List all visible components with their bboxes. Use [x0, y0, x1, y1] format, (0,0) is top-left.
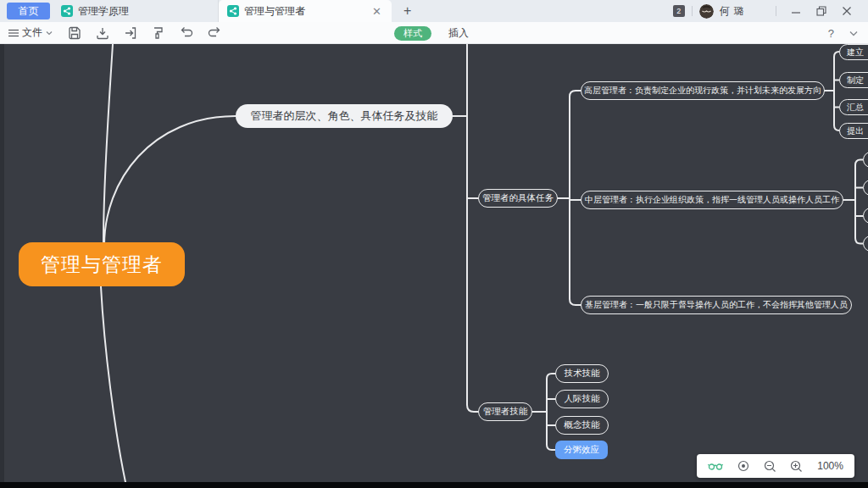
top-manager-sub-node[interactable]: 汇总: [839, 99, 868, 115]
skill-human-node[interactable]: 人际技能: [555, 390, 609, 408]
titlebar-right: 2 何 璐: [673, 0, 868, 22]
collapse-toolbar-icon[interactable]: [849, 30, 858, 36]
hamburger-icon: [8, 29, 19, 37]
insert-button[interactable]: 插入: [448, 26, 469, 41]
notification-badge[interactable]: 2: [673, 5, 685, 17]
undo-button[interactable]: [179, 26, 193, 39]
top-manager-sub-node[interactable]: 制定: [839, 72, 868, 88]
top-manager-node[interactable]: 高层管理者：负责制定企业的现行政策，并计划未来的发展方向: [581, 81, 825, 100]
toolbar-right: ?: [828, 22, 858, 44]
root-topic-node[interactable]: 管理与管理者: [19, 242, 185, 286]
zoom-level[interactable]: 100%: [817, 460, 843, 472]
file-menu-label: 文件: [22, 25, 42, 40]
overview-button[interactable]: [708, 461, 723, 471]
tab-label: 管理学原理: [78, 4, 209, 19]
skill-conceptual-node[interactable]: 概念技能: [555, 416, 609, 435]
skill-technical-node[interactable]: 技术技能: [555, 364, 609, 383]
top-manager-sub-node[interactable]: 提出: [839, 123, 868, 139]
minimize-button[interactable]: [783, 0, 809, 22]
branch-topic-node[interactable]: 管理者的层次、角色、具体任务及技能: [236, 104, 453, 128]
tab-close-icon[interactable]: ✕: [370, 5, 383, 18]
save-button[interactable]: [68, 26, 81, 40]
restore-button[interactable]: [809, 0, 834, 22]
toolbar-icons: [68, 26, 222, 40]
format-painter-button[interactable]: [152, 26, 164, 40]
toolbar-center: 样式 插入: [394, 22, 469, 44]
new-tab-button[interactable]: +: [403, 4, 411, 18]
bottom-manager-node[interactable]: 基层管理者：一般只限于督导操作人员的工作，不会指挥其他管理人员: [581, 296, 852, 314]
avatar[interactable]: [699, 4, 714, 19]
middle-manager-node[interactable]: 中层管理者：执行企业组织政策，指挥一线管理人员或操作人员工作: [581, 191, 843, 209]
export-button[interactable]: [124, 26, 137, 40]
zoom-out-button[interactable]: [764, 460, 776, 473]
tab-document-1[interactable]: 管理学原理: [53, 0, 219, 22]
mindmap-canvas[interactable]: 管理与管理者 管理者的层次、角色、具体任务及技能 管理者的具体任务 高层管理者：…: [0, 44, 868, 482]
view-control-bar: 100%: [697, 454, 854, 478]
redo-button[interactable]: [208, 26, 222, 39]
tasks-node[interactable]: 管理者的具体任务: [478, 189, 558, 208]
mindmap-logo-icon: [227, 5, 239, 17]
tab-label: 管理与管理者: [244, 4, 370, 19]
home-button[interactable]: 首页: [7, 3, 50, 19]
top-manager-sub-node[interactable]: 建立: [839, 44, 868, 60]
download-button[interactable]: [96, 26, 109, 40]
zoom-in-button[interactable]: [790, 460, 803, 473]
style-button[interactable]: 样式: [394, 26, 431, 41]
skills-node[interactable]: 管理者技能: [478, 402, 532, 421]
divider: [776, 6, 776, 16]
center-map-button[interactable]: [737, 460, 749, 472]
file-menu[interactable]: 文件: [8, 25, 53, 40]
skill-selected-node[interactable]: 分粥效应: [555, 441, 608, 459]
tab-document-2-active[interactable]: 管理与管理者 ✕: [219, 0, 392, 22]
toolbar: 文件 样式 插入: [0, 22, 868, 44]
close-button[interactable]: [834, 0, 860, 22]
username[interactable]: 何 璐: [720, 4, 745, 19]
help-button[interactable]: ?: [828, 27, 834, 40]
divider: [692, 6, 693, 16]
mindmap-logo-icon: [61, 5, 73, 17]
titlebar: 首页 管理学原理 管理与管理者 ✕ + 2 何 璐: [0, 0, 868, 22]
chevron-down-icon: [46, 30, 53, 36]
